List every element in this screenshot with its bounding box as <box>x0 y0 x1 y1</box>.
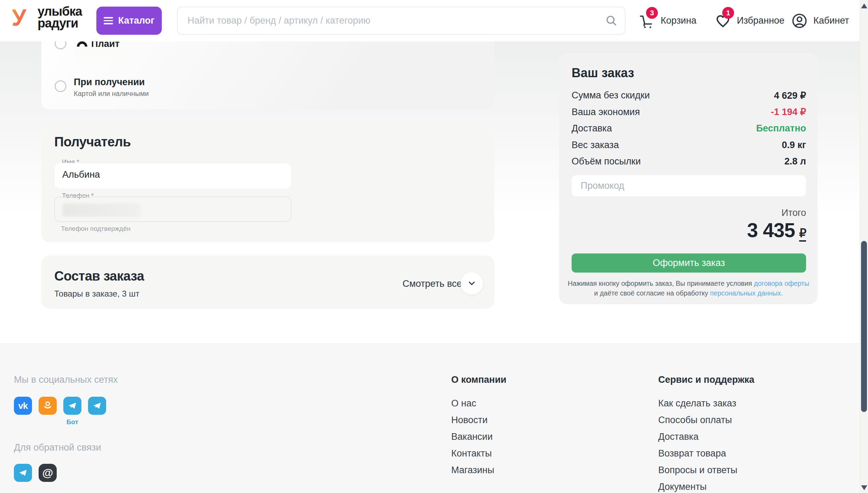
chevron-down-icon <box>467 278 477 288</box>
place-order-button[interactable]: Оформить заказ <box>572 253 806 273</box>
favorites-label: Избранное <box>737 15 785 26</box>
cart-label: Корзина <box>661 15 696 26</box>
footer-link-contacts[interactable]: Контакты <box>451 445 507 462</box>
phone-confirmed-note: Телефон подтверждён <box>61 225 130 233</box>
scroll-up-icon[interactable] <box>861 3 867 8</box>
scrollbar-thumb[interactable] <box>861 241 867 412</box>
user-icon <box>791 13 808 29</box>
phone-value-redacted <box>63 203 141 217</box>
summary-row: Объём посылки 2.8 л <box>572 153 806 170</box>
telegram-bot-icon[interactable] <box>63 397 81 415</box>
search-icon[interactable] <box>605 15 617 26</box>
service-column-title: Сервис и поддержка <box>658 374 754 385</box>
plait-logo-icon <box>77 41 87 47</box>
account-button[interactable]: Кабинет <box>790 0 849 41</box>
order-disclaimer: Нажимая кнопку оформить заказ, Вы приним… <box>566 278 811 298</box>
search-input[interactable] <box>177 7 626 35</box>
footer-link-delivery[interactable]: Доставка <box>658 428 754 445</box>
email-icon[interactable]: @ <box>39 464 57 482</box>
offer-agreement-link[interactable]: договора оферты <box>754 280 809 287</box>
feedback-icons-row: @ <box>14 464 57 482</box>
svg-text:У: У <box>13 6 26 29</box>
expand-order-button[interactable] <box>461 272 483 294</box>
summary-row: Ваша экономия -1 194 ₽ <box>572 104 806 121</box>
order-contents-card: Состав заказа Товары в заказе, 3 шт Смот… <box>41 256 494 309</box>
total-value: 3 435 ₽ <box>747 219 806 242</box>
summary-row: Вес заказа 0.9 кг <box>572 137 806 154</box>
recipient-card: Получатель Имя * Телефон * Телефон подтв… <box>41 123 494 242</box>
order-summary-title: Ваш заказ <box>572 66 634 80</box>
summary-row: Сумма без скидки 4 629 ₽ <box>572 87 806 104</box>
social-title: Мы в социальных сетях <box>14 374 118 385</box>
footer-link-documents[interactable]: Документы <box>658 478 754 493</box>
footer: Мы в социальных сетях vk Бот Для о <box>0 344 860 493</box>
personal-data-link[interactable]: персональных данных. <box>710 289 783 297</box>
ok-icon[interactable] <box>39 397 57 415</box>
social-icons-row: vk <box>14 397 106 415</box>
logo[interactable]: У улыбка радуги <box>13 6 82 29</box>
scroll-down-icon[interactable] <box>861 485 867 490</box>
order-summary-rows: Сумма без скидки 4 629 ₽ Ваша экономия -… <box>572 87 806 170</box>
order-summary-card: Ваш заказ Сумма без скидки 4 629 ₽ Ваша … <box>559 53 818 304</box>
hamburger-icon <box>104 17 113 24</box>
feedback-title: Для обратной связи <box>14 442 101 453</box>
name-input[interactable] <box>62 169 278 180</box>
footer-link-how-to-order[interactable]: Как сделать заказ <box>658 395 754 412</box>
footer-link-faq[interactable]: Вопросы и ответы <box>658 462 754 478</box>
payment-on-receipt-subtitle: Картой или наличными <box>74 90 149 98</box>
footer-link-stores[interactable]: Магазины <box>451 462 507 478</box>
order-contents-title: Состав заказа <box>54 269 144 284</box>
telegram-bot-label: Бот <box>63 418 81 426</box>
about-column-title: О компании <box>451 374 507 385</box>
footer-link-returns[interactable]: Возврат товара <box>658 445 754 462</box>
see-all-link[interactable]: Смотреть все <box>403 278 462 289</box>
telegram-icon[interactable] <box>88 397 106 415</box>
footer-about-column: О компании О нас Новости Вакансии Контак… <box>451 374 507 478</box>
recipient-title: Получатель <box>54 135 131 149</box>
feedback-telegram-icon[interactable] <box>14 464 32 482</box>
account-label: Кабинет <box>813 15 849 26</box>
total-label: Итого <box>781 208 806 218</box>
summary-row: Доставка Бесплатно <box>572 120 806 137</box>
search-bar <box>177 7 626 35</box>
order-contents-subtitle: Товары в заказе, 3 шт <box>54 289 140 299</box>
footer-link-about-us[interactable]: О нас <box>451 395 507 412</box>
cart-badge: 3 <box>646 7 658 19</box>
checkout-page: Плаит При получении Картой или наличными… <box>0 0 868 493</box>
page-scrollbar[interactable] <box>860 0 868 493</box>
promo-code-input[interactable] <box>572 175 806 196</box>
ruble-sign: ₽ <box>799 226 806 242</box>
vk-icon[interactable]: vk <box>14 397 32 415</box>
radio-payment-on-receipt[interactable] <box>55 80 66 92</box>
logo-text: улыбка радуги <box>38 6 82 29</box>
favorites-button[interactable]: 1 Избранное <box>714 0 785 41</box>
cart-button[interactable]: 3 Корзина <box>638 0 696 41</box>
logo-mark-icon: У <box>13 6 32 29</box>
footer-link-payment-methods[interactable]: Способы оплаты <box>658 412 754 428</box>
catalog-button[interactable]: Каталог <box>96 7 162 35</box>
phone-input[interactable] <box>54 196 292 222</box>
footer-service-column: Сервис и поддержка Как сделать заказ Спо… <box>658 374 754 493</box>
payment-on-receipt-title[interactable]: При получении <box>74 77 145 88</box>
header: У улыбка радуги Каталог <box>0 0 860 41</box>
footer-link-vacancies[interactable]: Вакансии <box>451 428 507 445</box>
favorites-badge: 1 <box>722 7 734 19</box>
footer-link-news[interactable]: Новости <box>451 412 507 428</box>
